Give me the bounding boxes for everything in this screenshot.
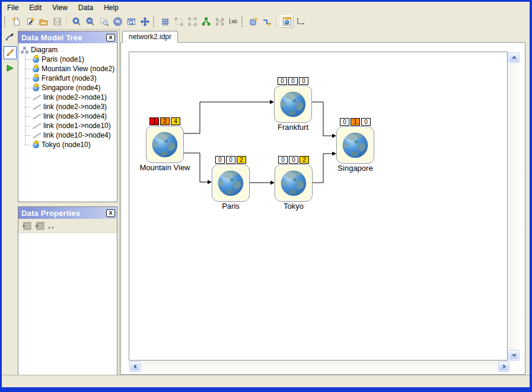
brush-icon bbox=[5, 33, 15, 42]
tree-item-diagram[interactable]: Diagram bbox=[21, 45, 116, 55]
zoom-in-icon bbox=[72, 17, 82, 27]
tab-network2[interactable]: network2.idpr bbox=[122, 31, 178, 43]
status-badge: 0 bbox=[278, 156, 288, 164]
edit-pencil-button[interactable] bbox=[4, 46, 17, 59]
toolbar-grip[interactable] bbox=[4, 16, 7, 27]
scroll-up-button[interactable] bbox=[508, 52, 520, 63]
tree-item-node1[interactable]: Paris (node1) bbox=[25, 55, 116, 64]
scroll-left-button[interactable] bbox=[129, 361, 141, 372]
node-label: Tokyo bbox=[283, 202, 304, 211]
node-icon bbox=[33, 56, 39, 63]
close-icon[interactable]: X bbox=[106, 34, 115, 42]
globe-icon bbox=[279, 90, 307, 119]
scroll-down-button[interactable] bbox=[508, 350, 520, 361]
data-model-tree-panel: Data Model Tree X Diagram Paris (node1) … bbox=[18, 31, 117, 202]
status-badge: 0 bbox=[215, 156, 225, 164]
pan-button[interactable] bbox=[138, 15, 152, 28]
menu-help[interactable]: Help bbox=[98, 2, 124, 14]
tree-item-node10[interactable]: Tokyo (node10) bbox=[25, 140, 116, 149]
tree-item-link1[interactable]: link (node2->node1) bbox=[25, 93, 116, 102]
new-file-icon bbox=[11, 17, 21, 27]
tree-item-label: link (node2->node3) bbox=[43, 103, 107, 111]
link-palette-button[interactable] bbox=[294, 15, 307, 28]
chevron-left-icon bbox=[133, 364, 138, 368]
tree-item-label: Mountain View (node2) bbox=[42, 65, 114, 73]
tree-item-link5[interactable]: link (node10->node4) bbox=[25, 130, 116, 140]
floppy-disk-icon bbox=[52, 17, 62, 27]
horizontal-scrollbar[interactable] bbox=[129, 361, 509, 372]
toolbar-grip[interactable] bbox=[241, 16, 244, 27]
node-label: Mountain View bbox=[139, 163, 190, 172]
ungroup-button bbox=[186, 15, 199, 28]
ungroup-icon bbox=[187, 17, 197, 27]
tree-item-link4[interactable]: link (node1->node10) bbox=[25, 121, 116, 130]
new-file-button[interactable] bbox=[9, 15, 23, 28]
data-properties-title: Data Properties bbox=[21, 209, 106, 218]
diagram-node-mountain-view[interactable]: 1 2 4 Mountain View bbox=[146, 126, 184, 163]
diagram-view: 1 2 4 Mountain View 0 0 0 Frankfurt bbox=[120, 42, 525, 375]
run-button[interactable] bbox=[4, 62, 17, 75]
vertical-scrollbar[interactable] bbox=[509, 52, 520, 361]
zoom-out-button[interactable] bbox=[84, 15, 97, 28]
tree-item-node4[interactable]: Singapore (node4) bbox=[25, 83, 116, 93]
diagram-node-singapore[interactable]: 0 1 0 Singapore bbox=[336, 126, 374, 164]
open-file-button[interactable] bbox=[37, 15, 50, 28]
grid-button[interactable] bbox=[158, 15, 172, 28]
play-icon bbox=[5, 63, 15, 73]
tree-item-node2[interactable]: Mountain View (node2) bbox=[25, 64, 116, 74]
status-badge: 1 bbox=[149, 117, 159, 125]
zoom-area-icon bbox=[99, 17, 109, 27]
create-node-button[interactable] bbox=[247, 15, 260, 28]
menu-bar: File Edit View Data Help bbox=[2, 2, 530, 14]
menu-data[interactable]: Data bbox=[73, 2, 98, 14]
close-icon[interactable]: X bbox=[106, 209, 115, 217]
side-toolbar bbox=[2, 29, 18, 375]
overview-window-icon bbox=[126, 17, 136, 27]
toolbar-separator bbox=[66, 16, 68, 27]
menu-edit[interactable]: Edit bbox=[24, 2, 47, 14]
menu-view[interactable]: View bbox=[47, 2, 73, 14]
node-badges: 0 0 2 bbox=[215, 156, 246, 164]
save-button bbox=[50, 15, 64, 28]
toolbar-grip[interactable] bbox=[153, 16, 156, 27]
pan-arrows-icon bbox=[140, 17, 150, 27]
diagram-node-tokyo[interactable]: 0 0 2 Tokyo bbox=[275, 164, 313, 202]
label-layout-button[interactable]: ab bbox=[227, 15, 240, 28]
tree-item-link3[interactable]: link (node3->node4) bbox=[25, 111, 116, 121]
overview-button[interactable] bbox=[125, 15, 138, 28]
diagram-node-paris[interactable]: 0 0 2 Paris bbox=[212, 164, 250, 202]
node-badges: 0 0 2 bbox=[278, 156, 309, 164]
tree-item-label: link (node10->node4) bbox=[43, 131, 111, 139]
zoom-fit-button[interactable]: % bbox=[111, 15, 125, 28]
tree-item-node3[interactable]: Frankfurt (node3) bbox=[25, 74, 116, 83]
link-icon bbox=[33, 123, 41, 129]
diagram-links bbox=[129, 52, 508, 361]
scroll-right-button[interactable] bbox=[498, 361, 509, 372]
create-link-button[interactable] bbox=[260, 15, 274, 28]
tree-item-label: link (node1->node10) bbox=[43, 122, 111, 130]
style-brush-button[interactable] bbox=[4, 31, 17, 44]
edit-file-button[interactable] bbox=[23, 15, 37, 28]
status-badge: 4 bbox=[171, 117, 180, 125]
status-badge: 2 bbox=[160, 117, 170, 125]
menu-file[interactable]: File bbox=[2, 2, 24, 14]
link-node10-node4[interactable] bbox=[313, 154, 332, 183]
data-properties-header: Data Properties X bbox=[18, 207, 117, 219]
tree-item-link2[interactable]: link (node2->node3) bbox=[25, 102, 116, 111]
node-icon bbox=[33, 85, 39, 91]
tree-layout-button[interactable] bbox=[199, 15, 213, 28]
diagram-canvas[interactable]: 1 2 4 Mountain View 0 0 0 Frankfurt bbox=[129, 52, 508, 361]
link-icon bbox=[33, 95, 41, 100]
group-button bbox=[172, 15, 186, 28]
zoom-area-button[interactable] bbox=[97, 15, 111, 28]
diagram-node-frankfurt[interactable]: 0 0 0 Frankfurt bbox=[274, 85, 312, 123]
link-node2-node3[interactable] bbox=[184, 102, 270, 133]
link-node3-node4[interactable] bbox=[312, 102, 332, 136]
globe-node-palette-button[interactable] bbox=[280, 15, 294, 28]
zoom-in-button[interactable] bbox=[70, 15, 84, 28]
node-label: Frankfurt bbox=[278, 123, 308, 132]
tree-item-label: Singapore (node4) bbox=[42, 84, 100, 92]
status-badge: 2 bbox=[300, 156, 309, 164]
link-icon bbox=[33, 133, 41, 138]
node-icon bbox=[33, 142, 39, 148]
